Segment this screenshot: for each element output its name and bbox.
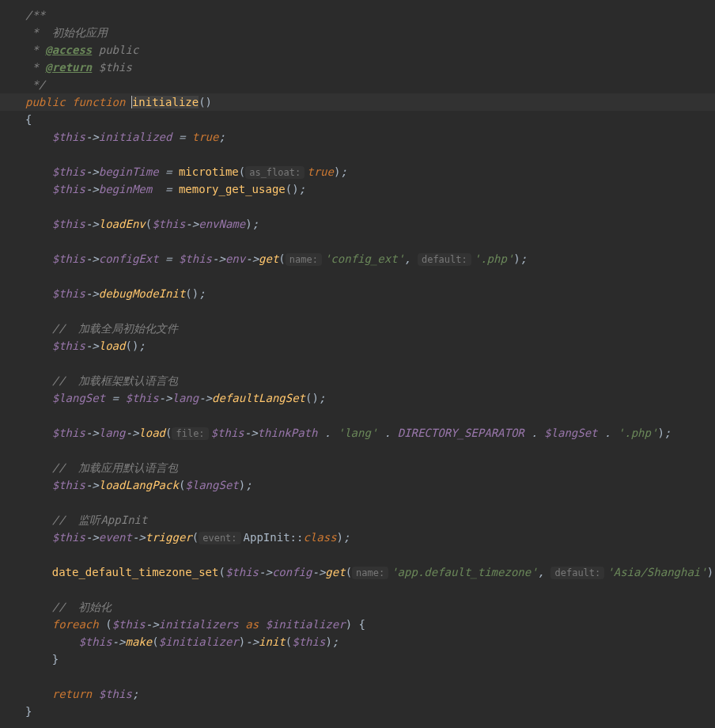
- code-line[interactable]: [0, 355, 715, 372]
- code-line[interactable]: foreach ($this->initializers as $initial…: [0, 616, 715, 633]
- string: 'config_ext': [324, 252, 404, 265]
- doc-desc: * 初始化应用: [25, 26, 108, 39]
- arrow: ->: [185, 218, 199, 230]
- var-this: $this: [52, 131, 85, 143]
- code-line[interactable]: $this->beginMem = memory_get_usage();: [0, 180, 715, 198]
- code-line[interactable]: [0, 146, 715, 163]
- field: lang: [172, 392, 199, 404]
- field: thinkPath: [258, 427, 318, 439]
- code-line[interactable]: [0, 546, 715, 563]
- code-line[interactable]: }: [0, 650, 715, 668]
- code-line[interactable]: $this->make($initializer)->init($this);: [0, 633, 715, 650]
- code-line[interactable]: $this->debugModeInit();: [0, 285, 715, 302]
- var-this: $this: [179, 252, 212, 265]
- eq: =: [159, 165, 179, 178]
- arrow: ->: [85, 165, 99, 178]
- semi: ;: [520, 252, 527, 265]
- code-line[interactable]: [0, 668, 715, 685]
- code-line[interactable]: $this->configExt = $this->env->get(name:…: [0, 250, 715, 267]
- inlay-hint: as_float:: [245, 166, 305, 179]
- string: '.php': [618, 427, 658, 439]
- method: init: [259, 635, 286, 648]
- code-line[interactable]: }: [0, 703, 715, 720]
- code-line[interactable]: [0, 407, 715, 424]
- arrow: ->: [259, 566, 272, 578]
- semi: ;: [343, 531, 350, 544]
- code-line[interactable]: /**: [0, 6, 715, 24]
- code-line[interactable]: // 加载框架默认语言包: [0, 372, 715, 389]
- field: envName: [199, 218, 245, 230]
- code-line[interactable]: $this->initialized = true;: [0, 128, 715, 146]
- arrow: ->: [146, 618, 159, 631]
- arrow: ->: [85, 479, 99, 491]
- semi: ;: [332, 635, 339, 648]
- brace: }: [52, 653, 59, 665]
- code-line[interactable]: [0, 581, 715, 598]
- var-this: $this: [52, 479, 85, 491]
- code-line[interactable]: $this->lang->load(file:$this->thinkPath …: [0, 424, 715, 442]
- eq: =: [105, 392, 125, 404]
- code-line[interactable]: [0, 267, 715, 285]
- code-line[interactable]: [0, 233, 715, 250]
- paren: (: [346, 566, 352, 578]
- code-line[interactable]: {: [0, 111, 715, 128]
- semi: ;: [245, 479, 252, 491]
- code-line[interactable]: // 监听AppInit: [0, 511, 715, 529]
- code-line[interactable]: // 加载全局初始化文件: [0, 320, 715, 337]
- code-line[interactable]: $this->loadEnv($this->envName);: [0, 215, 715, 233]
- method: make: [125, 635, 152, 648]
- var-this: $this: [99, 688, 132, 700]
- semi: ;: [252, 218, 259, 230]
- semi: ;: [319, 392, 325, 404]
- field: lang: [99, 427, 126, 439]
- method: defaultLangSet: [212, 392, 305, 404]
- doc-star: *: [25, 44, 45, 56]
- code-line[interactable]: $this->beginTime = microtime(as_float:tr…: [0, 163, 715, 180]
- code-line[interactable]: // 加载应用默认语言包: [0, 459, 715, 476]
- concat: .: [317, 427, 337, 439]
- code-editor[interactable]: /** * 初始化应用 * @access public * @return $…: [0, 0, 715, 720]
- parens: (): [199, 96, 212, 108]
- code-line[interactable]: $langSet = $this->lang->defaultLangSet()…: [0, 389, 715, 407]
- code-line[interactable]: return $this;: [0, 685, 715, 703]
- code-line[interactable]: [0, 494, 715, 511]
- string: '.php': [474, 252, 514, 265]
- code-line[interactable]: * @access public: [0, 41, 715, 59]
- doc-tag-return: @return: [45, 61, 92, 74]
- code-line[interactable]: $this->loadLangPack($langSet);: [0, 476, 715, 494]
- code-line-current[interactable]: public function initialize(): [0, 93, 715, 111]
- field: initialized: [99, 131, 172, 143]
- code-line[interactable]: date_default_timezone_set($this->config-…: [0, 563, 715, 581]
- code-line[interactable]: [0, 198, 715, 215]
- arrow: ->: [85, 427, 99, 439]
- code-line[interactable]: $this->event->trigger(event:AppInit::cla…: [0, 529, 715, 546]
- code-line[interactable]: * 初始化应用: [0, 24, 715, 41]
- func-call: microtime: [179, 165, 239, 178]
- paren: ): [239, 635, 245, 648]
- var-this: $this: [52, 252, 85, 265]
- code-line[interactable]: */: [0, 76, 715, 93]
- code-line[interactable]: [0, 442, 715, 459]
- concat: .: [598, 427, 618, 439]
- code-line[interactable]: * @return $this: [0, 59, 715, 76]
- brace: {: [25, 113, 32, 126]
- code-line[interactable]: // 初始化: [0, 598, 715, 616]
- arrow: ->: [85, 339, 99, 352]
- inlay-hint: name:: [352, 567, 388, 579]
- arrow: ->: [85, 531, 99, 544]
- doc-val: public: [92, 44, 138, 56]
- var-this: $this: [225, 566, 259, 578]
- kw-foreach: foreach: [52, 618, 99, 631]
- comment: // 监听AppInit: [52, 514, 148, 526]
- field: env: [225, 252, 245, 265]
- kw-as: as: [245, 618, 259, 631]
- parens: ): [292, 183, 298, 195]
- code-line[interactable]: $this->load();: [0, 337, 715, 355]
- string: 'app.default_timezone': [391, 566, 537, 578]
- brace: {: [352, 618, 365, 631]
- paren: ): [657, 427, 664, 439]
- doc-star: *: [25, 61, 45, 74]
- code-line[interactable]: [0, 302, 715, 320]
- eq: =: [159, 183, 179, 195]
- func-name: initialize: [132, 96, 199, 108]
